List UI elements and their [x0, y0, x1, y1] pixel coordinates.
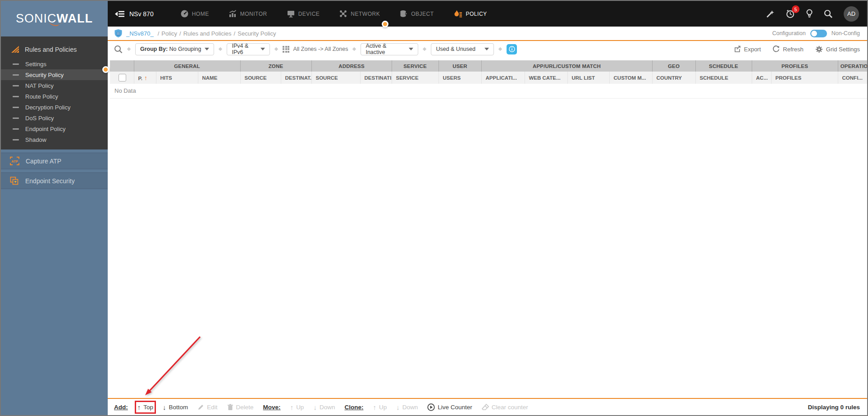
footer-toolbar: Add: ↑Top ↓Bottom Edit Delete Move: ↑Up …: [108, 398, 867, 415]
column-header-profiles[interactable]: PROFILES: [771, 72, 838, 84]
sidebar-item-shadow[interactable]: Shadow: [1, 134, 108, 145]
sidebar-item-settings[interactable]: Settings: [1, 59, 108, 69]
separator-diamond: [274, 47, 278, 51]
active-state-dropdown[interactable]: Active & Inactive: [361, 43, 418, 55]
clone-up-button[interactable]: ↑Up: [373, 403, 387, 411]
column-header-configure[interactable]: CONFI...: [838, 72, 867, 84]
zone-matrix-value: All Zones -> All Zones: [293, 46, 348, 52]
column-header-address-destination[interactable]: DESTINATI...: [360, 72, 392, 84]
info-icon[interactable]: [507, 44, 517, 54]
sidebar-section-header[interactable]: Rules and Policies: [1, 41, 108, 59]
dash-icon: [13, 118, 19, 119]
column-header-country[interactable]: COUNTRY: [652, 72, 695, 84]
wizard-wand-icon[interactable]: [766, 9, 775, 18]
sidebar-item-capture-atp[interactable]: ATP Capture ATP: [1, 153, 108, 169]
nav-tab-network[interactable]: NETWORK: [339, 10, 380, 18]
group-header-schedule: SCHEDULE: [695, 60, 752, 72]
group-header-select: [110, 60, 134, 72]
table-search-icon[interactable]: [114, 45, 123, 54]
dash-icon: [13, 85, 19, 86]
clone-down-button[interactable]: ↓Down: [396, 403, 418, 411]
dash-icon: [13, 107, 19, 108]
sidebar-item-label: Decryption Policy: [25, 104, 70, 111]
column-header-web-category[interactable]: WEB CATE...: [525, 72, 567, 84]
column-header-address-source[interactable]: SOURCE: [311, 72, 360, 84]
group-header-zone: ZONE: [240, 60, 311, 72]
column-header-action[interactable]: AC...: [752, 72, 771, 84]
delete-button[interactable]: Delete: [227, 404, 254, 411]
grid-settings-button[interactable]: Grid Settings: [815, 45, 860, 53]
sidebar-item-dos-policy[interactable]: DoS Policy: [1, 113, 108, 123]
group-by-value: No Grouping: [169, 46, 201, 52]
column-header-service[interactable]: SERVICE: [392, 72, 439, 84]
clone-label: Clone:: [344, 404, 363, 411]
breadcrumb-item-rules-and-policies[interactable]: Rules and Policies: [183, 30, 232, 37]
select-all-checkbox[interactable]: [119, 74, 126, 81]
move-label: Move:: [263, 404, 281, 411]
arrow-up-icon: ↑: [137, 403, 141, 411]
nav-tab-monitor[interactable]: MONITOR: [229, 10, 267, 18]
nav-tab-object[interactable]: OBJECT: [400, 10, 434, 18]
export-button[interactable]: Export: [734, 45, 761, 53]
grid-settings-label: Grid Settings: [826, 46, 860, 53]
sidebar-item-endpoint-security[interactable]: Endpoint Security: [1, 172, 108, 189]
filter-toolbar: Group By: No Grouping IPv4 & IPv6 All Zo…: [108, 41, 867, 57]
breadcrumb-device-link[interactable]: _NSv870_: [126, 30, 154, 37]
collapse-menu-icon[interactable]: [115, 10, 125, 18]
avatar[interactable]: AD: [844, 6, 859, 22]
svg-text:ATP: ATP: [11, 159, 18, 163]
sidebar-item-route-policy[interactable]: Route Policy: [1, 91, 108, 102]
play-circle-icon: [427, 403, 435, 411]
nav-tab-home[interactable]: HOME: [181, 10, 209, 18]
sidebar-item-nat-policy[interactable]: NAT Policy: [1, 80, 108, 91]
nav-tab-policy[interactable]: POLICY: [454, 10, 487, 18]
column-header-schedule[interactable]: SCHEDULE: [695, 72, 752, 84]
group-by-dropdown[interactable]: Group By: No Grouping: [135, 43, 214, 55]
breadcrumb-item-policy[interactable]: Policy: [161, 30, 177, 37]
nav-tab-device[interactable]: DEVICE: [287, 10, 320, 18]
edit-button[interactable]: Edit: [197, 404, 217, 411]
tour-dot-security-policy-item: [102, 66, 109, 73]
notifications-clock-icon[interactable]: 5: [786, 9, 795, 18]
policy-table: GENERAL ZONE ADDRESS SERVICE USER APP/UR…: [110, 60, 867, 99]
config-mode-toggle[interactable]: [810, 30, 827, 37]
zone-matrix-button[interactable]: All Zones -> All Zones: [283, 46, 348, 53]
live-counter-button[interactable]: Live Counter: [427, 403, 472, 411]
lightbulb-icon[interactable]: [806, 9, 813, 18]
object-cylinder-icon: [400, 10, 407, 18]
export-label: Export: [744, 46, 761, 53]
chevron-down-icon: [205, 48, 209, 50]
column-header-zone-source[interactable]: SOURCE: [240, 72, 281, 84]
move-up-button[interactable]: ↑Up: [290, 403, 304, 411]
clear-counter-button[interactable]: Clear counter: [482, 404, 528, 411]
column-header-hits[interactable]: HITS: [156, 72, 198, 84]
search-icon[interactable]: [824, 9, 833, 18]
ip-version-dropdown[interactable]: IPv4 & IPv6: [227, 43, 270, 55]
refresh-button[interactable]: Refresh: [772, 45, 804, 53]
group-header-profiles: PROFILES: [752, 60, 838, 72]
sidebar-item-label: Endpoint Policy: [25, 126, 66, 132]
add-bottom-button[interactable]: ↓Bottom: [163, 403, 188, 411]
add-top-button[interactable]: ↑Top: [137, 403, 153, 411]
usage-dropdown[interactable]: Used & Unused: [431, 43, 494, 55]
app-window: SONICWALL Rules and Policies Settings Se…: [0, 0, 868, 416]
column-header-name[interactable]: NAME: [198, 72, 240, 84]
column-header-zone-destination[interactable]: DESTINAT...: [281, 72, 311, 84]
sidebar-section-label: Rules and Policies: [25, 46, 77, 53]
sidebar-item-endpoint-policy[interactable]: Endpoint Policy: [1, 123, 108, 134]
breadcrumb-separator: /: [234, 30, 236, 37]
column-header-custom-match[interactable]: CUSTOM M...: [609, 72, 652, 84]
nav-tab-label: HOME: [192, 11, 209, 17]
move-down-button[interactable]: ↓Down: [313, 403, 335, 411]
column-header-priority[interactable]: P.↑: [134, 72, 156, 84]
endpoint-security-icon: [10, 176, 19, 185]
sidebar-item-security-policy[interactable]: Security Policy: [1, 69, 108, 80]
sidebar-item-label: NAT Policy: [25, 82, 54, 89]
sidebar-item-decryption-policy[interactable]: Decryption Policy: [1, 102, 108, 113]
device-name[interactable]: NSv 870: [129, 10, 154, 18]
column-header-url-list[interactable]: URL LIST: [567, 72, 609, 84]
column-header-application[interactable]: APPLICATI...: [481, 72, 525, 84]
sidebar-item-label: Route Policy: [25, 93, 58, 100]
column-header-users[interactable]: USERS: [439, 72, 481, 84]
separator-diamond: [219, 47, 222, 51]
